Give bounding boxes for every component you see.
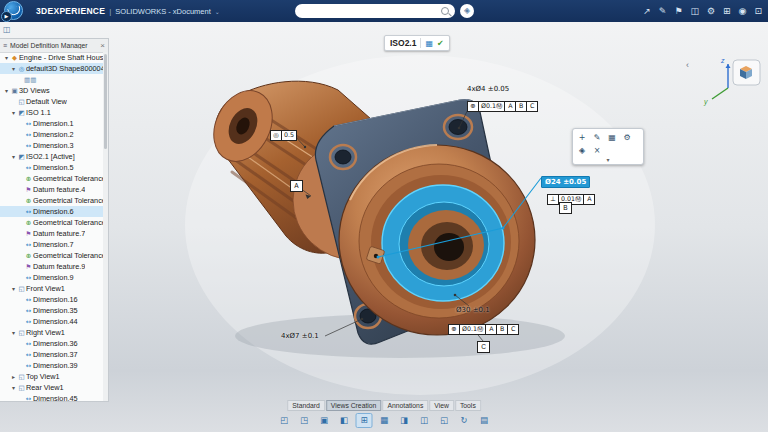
tree-item[interactable]: ↔ Dimension.39: [0, 360, 103, 371]
tree-item[interactable]: ↔ Dimension.16: [0, 294, 103, 305]
tree-item[interactable]: ⚑ Datum feature.7: [0, 228, 103, 239]
tree-item[interactable]: ↔ Dimension.3: [0, 140, 103, 151]
view-properties-icon[interactable]: ▤: [476, 413, 493, 428]
tab-tools[interactable]: Tools: [455, 400, 481, 411]
tree-item[interactable]: ▾ ◱ Rear View1: [0, 382, 103, 393]
edit-icon[interactable]: ✎: [590, 131, 604, 144]
fcf-position-bottom[interactable]: ⊕ Ø0.1Ⓜ A B C: [448, 316, 519, 335]
caret-icon[interactable]: ▾: [10, 109, 17, 116]
settings-icon[interactable]: ⚙: [707, 6, 715, 16]
datum-a-label[interactable]: A: [290, 180, 303, 192]
caret-icon[interactable]: ▸: [10, 373, 17, 380]
tree-item[interactable]: ↔ Dimension.1: [0, 118, 103, 129]
active-standard-chip[interactable]: ISO2.1 ▦ ✔: [384, 35, 450, 51]
tree-item[interactable]: ↔ Dimension.45: [0, 393, 103, 401]
break-view-icon[interactable]: ◨: [396, 413, 413, 428]
update-views-icon[interactable]: ↻: [456, 413, 473, 428]
aux-view-icon[interactable]: ◱: [436, 413, 453, 428]
tree-item[interactable]: ↔ Dimension.35: [0, 305, 103, 316]
annotation-holes-bottom[interactable]: 4xØ7 ±0.1: [281, 332, 319, 340]
delete-icon[interactable]: ×: [590, 144, 604, 157]
fcf-cylindricity[interactable]: ◎ 0.5: [270, 122, 297, 141]
tab-annotations[interactable]: Annotations: [382, 400, 428, 411]
chevron-down-icon[interactable]: ▾: [575, 157, 641, 164]
close-panel-icon[interactable]: ×: [100, 41, 105, 50]
fullscreen-icon[interactable]: ⊡: [754, 6, 762, 16]
tree-item[interactable]: ▾ ◱ Right View1: [0, 327, 103, 338]
tree-item[interactable]: ⊕ Geometrical Tolerance.8: [0, 250, 103, 261]
tree-item[interactable]: ▾ ◱ Front View1: [0, 283, 103, 294]
tree-item[interactable]: ↔ Dimension.5: [0, 162, 103, 173]
viewport-3d[interactable]: [0, 22, 768, 432]
display-style-icon[interactable]: ▦: [605, 131, 619, 144]
panel-dock-icon[interactable]: ◫: [3, 25, 11, 34]
tree-item[interactable]: ▾ ◎ default3D Shape80000480: [0, 63, 103, 74]
caret-icon[interactable]: ▾: [10, 285, 17, 292]
datum-b-label[interactable]: B: [559, 202, 572, 214]
annotation-face[interactable]: Ø30 ±0.1: [456, 306, 490, 314]
context-toolbar[interactable]: +✎▦⚙ ◈× ▾: [572, 128, 644, 165]
tree-item[interactable]: ▾ ◩ ISO 1.1: [0, 107, 103, 118]
caret-icon[interactable]: ▾: [10, 329, 17, 336]
panel-scrollbar[interactable]: [103, 52, 108, 401]
tree-item[interactable]: ▥▥: [0, 74, 103, 85]
detail-view-icon[interactable]: ▦: [376, 413, 393, 428]
annotation-holes-top[interactable]: 4xØ4 ±0.05 ⊕ Ø0.1Ⓜ A B C: [467, 85, 538, 112]
iso-view-icon[interactable]: ▣: [316, 413, 333, 428]
tab-views-creation[interactable]: Views Creation: [326, 400, 382, 411]
caret-icon[interactable]: ▾: [10, 153, 17, 160]
search-icon[interactable]: [441, 7, 449, 15]
color-icon[interactable]: ◈: [575, 144, 589, 157]
caret-icon[interactable]: ▾: [3, 54, 10, 61]
section-view-icon[interactable]: ◧: [336, 413, 353, 428]
tab-standard[interactable]: Standard: [287, 400, 325, 411]
projected-view-icon[interactable]: ◳: [296, 413, 313, 428]
collaboration-icon[interactable]: ◫: [690, 6, 699, 16]
crop-view-icon[interactable]: ◫: [416, 413, 433, 428]
brand-logo[interactable]: ▶: [0, 0, 30, 22]
apps-grid-icon[interactable]: ⊞: [723, 6, 731, 16]
fcf-position-top[interactable]: ⊕ Ø0.1Ⓜ A B C: [467, 101, 538, 112]
dimension-text[interactable]: 4xØ7 ±0.1: [281, 332, 319, 340]
tree-item[interactable]: ↔ Dimension.44: [0, 316, 103, 327]
tree-menu-icon[interactable]: ≡: [3, 42, 7, 49]
tree-item[interactable]: ⚑ Datum feature.9: [0, 261, 103, 272]
add-annotation-icon[interactable]: +: [575, 131, 589, 144]
search-bar[interactable]: [295, 4, 455, 18]
search-input[interactable]: [301, 7, 441, 16]
notifications-icon[interactable]: ⚑: [674, 6, 682, 16]
tab-view[interactable]: View: [429, 400, 454, 411]
tree-item[interactable]: ⊕ Geometrical Tolerance.3: [0, 173, 103, 184]
share-icon[interactable]: ↗: [643, 6, 651, 16]
tree-item[interactable]: ↔ Dimension.2: [0, 129, 103, 140]
caret-icon[interactable]: ▾: [10, 384, 17, 391]
tree-item[interactable]: ▾ ▣ 3D Views: [0, 85, 103, 96]
scrollbar-thumb[interactable]: [104, 54, 107, 149]
user-icon[interactable]: ◉: [739, 6, 747, 16]
tree-item[interactable]: ⊕ Geometrical Tolerance.6: [0, 217, 103, 228]
chevron-down-icon[interactable]: ⌄: [215, 8, 220, 15]
tree-item[interactable]: ◱ Default View: [0, 96, 103, 107]
tree-item[interactable]: ↔ Dimension.9: [0, 272, 103, 283]
tree-item[interactable]: ⚑ Datum feature.4: [0, 184, 103, 195]
caret-icon[interactable]: ▾: [10, 65, 17, 72]
tree-item[interactable]: ↔ Dimension.37: [0, 349, 103, 360]
caret-icon[interactable]: ▾: [3, 87, 10, 94]
tree-item[interactable]: ▾ ◩ ISO2.1 [Active]: [0, 151, 103, 162]
front-view-icon[interactable]: ◰: [276, 413, 293, 428]
tree-item[interactable]: ▾ ◆ Engine - Drive Shaft Housing: [0, 52, 103, 63]
dimension-text[interactable]: 4xØ4 ±0.05: [467, 85, 538, 93]
views-display-icon[interactable]: ▦: [425, 39, 433, 48]
pen-icon[interactable]: ✎: [659, 6, 667, 16]
dimension-text[interactable]: Ø30 ±0.1: [456, 306, 490, 314]
tree-item[interactable]: ↔ Dimension.6: [0, 206, 103, 217]
tag-icon[interactable]: ◈: [460, 4, 474, 18]
tree-item[interactable]: ▸ ◱ Top View1: [0, 371, 103, 382]
new-view-icon[interactable]: ⊞: [356, 413, 373, 428]
tree-item[interactable]: ⊕ Geometrical Tolerance.4: [0, 195, 103, 206]
tree-item[interactable]: ↔ Dimension.7: [0, 239, 103, 250]
tree-item[interactable]: ↔ Dimension.36: [0, 338, 103, 349]
datum-c-label[interactable]: C: [477, 341, 490, 353]
dimension-icon: ↔: [24, 340, 33, 348]
more-tools-icon[interactable]: ⚙: [620, 131, 634, 144]
